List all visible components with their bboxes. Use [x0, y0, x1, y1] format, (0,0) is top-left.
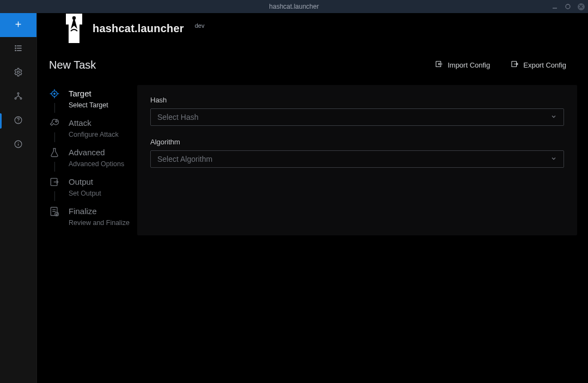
hash-select-value: Select Hash: [157, 113, 198, 121]
svg-point-11: [17, 93, 19, 94]
svg-point-21: [72, 16, 76, 20]
nav-settings[interactable]: [0, 61, 36, 85]
wrench-icon: [49, 118, 60, 131]
page-title: New Task: [49, 59, 96, 71]
app-badge: dev: [195, 22, 205, 29]
app-title: hashcat.launcher: [93, 22, 184, 35]
algorithm-select[interactable]: Select Algorithm: [150, 150, 564, 168]
flask-icon: [49, 147, 60, 160]
plus-icon: [14, 20, 23, 31]
hash-select[interactable]: Select Hash: [150, 108, 564, 126]
step-subtitle: Set Output: [69, 189, 101, 198]
gear-icon: [14, 68, 23, 79]
svg-point-4: [15, 45, 16, 46]
svg-point-13: [20, 98, 22, 99]
page-header: New Task Import Config E: [37, 44, 588, 80]
algorithm-label: Algorithm: [150, 138, 564, 146]
svg-point-1: [566, 4, 570, 9]
svg-rect-20: [69, 25, 79, 43]
nav-about[interactable]: [0, 133, 36, 157]
svg-point-18: [18, 142, 19, 143]
steps-list: Target Select Target Attack: [44, 85, 136, 372]
hash-field: Hash Select Hash: [150, 96, 564, 126]
app-logo-icon: [64, 14, 84, 43]
nodes-icon: [14, 92, 23, 103]
help-icon: [14, 115, 23, 127]
content-area: hashcat.launcher dev New Task Import Con…: [37, 13, 588, 383]
step-subtitle: Select Target: [69, 100, 108, 110]
step-subtitle: Advanced Options: [69, 159, 124, 169]
step-advanced[interactable]: Advanced Advanced Options: [44, 145, 136, 174]
chevron-down-icon: [550, 155, 557, 163]
window-titlebar: hashcat.launcher: [0, 0, 588, 13]
svg-point-25: [54, 93, 56, 95]
target-panel: Hash Select Hash Algorithm Select Algori…: [137, 85, 577, 235]
import-config-button[interactable]: Import Config: [431, 58, 494, 72]
step-title: Output: [69, 177, 101, 187]
window-maximize-button[interactable]: [564, 3, 572, 10]
import-icon: [435, 60, 443, 70]
page-body: Target Select Target Attack: [37, 80, 588, 383]
output-icon: [49, 177, 60, 190]
step-attack[interactable]: Attack Configure Attack: [44, 115, 136, 145]
svg-point-8: [15, 50, 16, 51]
algorithm-field: Algorithm Select Algorithm: [150, 138, 564, 168]
step-title: Advanced: [69, 147, 124, 158]
export-config-label: Export Config: [523, 61, 566, 69]
step-subtitle: Configure Attack: [69, 130, 119, 139]
svg-point-6: [15, 47, 16, 48]
algorithm-select-value: Select Algorithm: [157, 155, 212, 163]
nav-new-task-button[interactable]: [0, 13, 36, 37]
window-minimize-button[interactable]: [551, 3, 559, 10]
nav-tasks[interactable]: [0, 37, 36, 61]
chevron-down-icon: [550, 113, 557, 121]
list-icon: [14, 44, 23, 55]
step-finalize[interactable]: Finalize Review and Finalize: [44, 204, 136, 229]
checklist-icon: [49, 206, 60, 219]
step-target[interactable]: Target Select Target: [44, 86, 136, 115]
crosshair-icon: [49, 88, 60, 101]
nav-rail: [0, 13, 37, 383]
step-title: Attack: [69, 118, 119, 129]
export-config-button[interactable]: Export Config: [506, 58, 571, 72]
svg-point-15: [18, 121, 19, 122]
step-title: Target: [69, 88, 108, 99]
hash-label: Hash: [150, 96, 564, 104]
nav-help[interactable]: [0, 109, 36, 133]
step-output[interactable]: Output Set Output: [44, 174, 136, 204]
brand-header: hashcat.launcher dev: [37, 13, 588, 44]
svg-point-12: [15, 98, 16, 99]
svg-point-10: [17, 71, 19, 73]
export-icon: [511, 60, 519, 70]
info-icon: [14, 139, 23, 151]
step-subtitle: Review and Finalize: [69, 218, 130, 228]
import-config-label: Import Config: [448, 61, 490, 69]
nav-nodes[interactable]: [0, 85, 36, 109]
window-title: hashcat.launcher: [269, 3, 318, 10]
window-close-button[interactable]: [577, 3, 585, 10]
app-root: hashcat.launcher dev New Task Import Con…: [0, 13, 588, 383]
step-title: Finalize: [69, 206, 130, 217]
